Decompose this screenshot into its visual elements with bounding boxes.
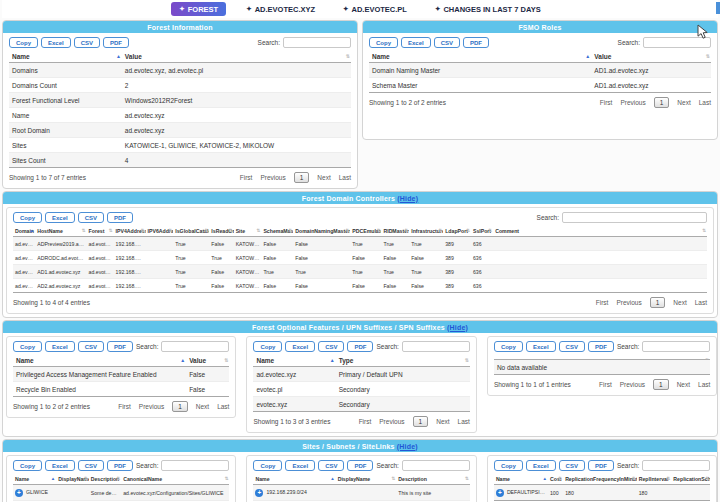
pagination-first[interactable]: First bbox=[600, 99, 613, 106]
pdf-button[interactable]: PDF bbox=[588, 341, 614, 352]
column-header[interactable]: Value⇅ bbox=[122, 51, 351, 63]
column-header[interactable]: DomainNamingMasterMaster⇅ bbox=[293, 226, 350, 237]
column-header[interactable]: Value⇅ bbox=[591, 51, 711, 63]
column-header[interactable]: Description⇅ bbox=[396, 474, 470, 485]
column-header[interactable]: SchemaMaster⇅ bbox=[261, 226, 293, 237]
column-header[interactable]: Name▲ bbox=[13, 474, 56, 485]
search-input[interactable] bbox=[283, 37, 351, 48]
search-input[interactable] bbox=[642, 460, 710, 471]
pagination-previous[interactable]: Previous bbox=[620, 99, 645, 106]
search-input[interactable] bbox=[642, 341, 710, 352]
pagination-first[interactable]: First bbox=[596, 299, 609, 306]
column-header[interactable]: HostName⇅ bbox=[35, 226, 86, 237]
excel-button[interactable]: Excel bbox=[401, 37, 431, 48]
pagination-previous[interactable]: Previous bbox=[620, 381, 645, 388]
pagination-last[interactable]: Last bbox=[699, 99, 711, 106]
column-header[interactable]: Name▲ bbox=[253, 474, 335, 485]
column-header[interactable]: IPV6Address⇅ bbox=[146, 226, 174, 237]
pagination-previous[interactable]: Previous bbox=[616, 299, 641, 306]
column-header[interactable]: LdapPort⇅ bbox=[443, 226, 471, 237]
column-header[interactable]: DisplayName⇅ bbox=[336, 474, 397, 485]
pdf-button[interactable]: PDF bbox=[107, 341, 133, 352]
excel-button[interactable]: Excel bbox=[41, 37, 71, 48]
pdf-button[interactable]: PDF bbox=[107, 212, 133, 223]
column-header[interactable]: Name▲ bbox=[494, 474, 548, 485]
copy-button[interactable]: Copy bbox=[13, 341, 42, 352]
column-header[interactable]: IsReadOnly⇅ bbox=[209, 226, 233, 237]
column-header[interactable]: ⇅ bbox=[602, 355, 710, 360]
column-header[interactable]: SslPort⇅ bbox=[471, 226, 493, 237]
excel-button[interactable]: Excel bbox=[526, 460, 556, 471]
csv-button[interactable]: CSV bbox=[559, 341, 585, 352]
pagination-first[interactable]: First bbox=[359, 418, 372, 425]
expand-row-icon[interactable]: + bbox=[15, 489, 23, 497]
copy-button[interactable]: Copy bbox=[13, 460, 42, 471]
copy-button[interactable]: Copy bbox=[494, 460, 523, 471]
pagination-last[interactable]: Last bbox=[458, 418, 470, 425]
excel-button[interactable]: Excel bbox=[285, 460, 315, 471]
search-input[interactable] bbox=[402, 341, 470, 352]
pagination-previous[interactable]: Previous bbox=[260, 174, 285, 181]
csv-button[interactable]: CSV bbox=[559, 460, 585, 471]
search-input[interactable] bbox=[161, 341, 229, 352]
column-header[interactable]: PDCEmulator⇅ bbox=[350, 226, 381, 237]
pdf-button[interactable]: PDF bbox=[347, 341, 373, 352]
pagination-previous[interactable]: Previous bbox=[139, 403, 164, 410]
pagination-first[interactable]: First bbox=[240, 174, 253, 181]
column-header[interactable]: ReplInterval⇅ bbox=[637, 474, 672, 485]
hide-link[interactable]: (Hide) bbox=[397, 195, 418, 202]
csv-button[interactable]: CSV bbox=[78, 212, 104, 223]
column-header[interactable]: Cost⇅ bbox=[548, 474, 563, 485]
column-header[interactable]: CanonicalName⇅ bbox=[121, 474, 229, 485]
pagination-next[interactable]: Next bbox=[677, 381, 690, 388]
excel-button[interactable]: Excel bbox=[45, 212, 75, 223]
pagination-page-1[interactable]: 1 bbox=[294, 172, 310, 183]
search-input[interactable] bbox=[402, 460, 470, 471]
pagination-first[interactable]: First bbox=[118, 403, 131, 410]
tab-forest[interactable]: ✦ FOREST bbox=[171, 2, 226, 16]
column-header[interactable]: ▲ bbox=[494, 355, 602, 360]
pagination-first[interactable]: First bbox=[599, 381, 612, 388]
pagination-next[interactable]: Next bbox=[436, 418, 449, 425]
pagination-previous[interactable]: Previous bbox=[379, 418, 404, 425]
column-header[interactable]: Name▲ bbox=[369, 51, 591, 63]
copy-button[interactable]: Copy bbox=[494, 341, 523, 352]
csv-button[interactable]: CSV bbox=[434, 37, 460, 48]
pdf-button[interactable]: PDF bbox=[463, 37, 489, 48]
pagination-page-1[interactable]: 1 bbox=[172, 401, 188, 412]
pagination-page-1[interactable]: 1 bbox=[650, 297, 666, 308]
tab-ad-evotec-xyz[interactable]: ✦ AD.EVOTEC.XYZ bbox=[238, 2, 323, 16]
csv-button[interactable]: CSV bbox=[318, 460, 344, 471]
column-header[interactable]: Domain▲ bbox=[13, 226, 35, 237]
pdf-button[interactable]: PDF bbox=[588, 460, 614, 471]
pagination-last[interactable]: Last bbox=[217, 403, 229, 410]
pagination-last[interactable]: Last bbox=[698, 381, 710, 388]
pagination-next[interactable]: Next bbox=[196, 403, 209, 410]
excel-button[interactable]: Excel bbox=[285, 341, 315, 352]
column-header[interactable]: Description⇅ bbox=[89, 474, 121, 485]
copy-button[interactable]: Copy bbox=[9, 37, 38, 48]
copy-button[interactable]: Copy bbox=[369, 37, 398, 48]
column-header[interactable]: InfrastructureMaster⇅ bbox=[409, 226, 443, 237]
csv-button[interactable]: CSV bbox=[74, 37, 100, 48]
pagination-next[interactable]: Next bbox=[317, 174, 330, 181]
scrollbar-thumb[interactable] bbox=[716, 2, 720, 14]
tab-changes-last-7-days[interactable]: ✦ CHANGES IN LAST 7 DAYS bbox=[427, 2, 549, 16]
pdf-button[interactable]: PDF bbox=[347, 460, 373, 471]
search-input[interactable] bbox=[161, 460, 229, 471]
column-header[interactable]: Type⇅ bbox=[336, 355, 470, 367]
pdf-button[interactable]: PDF bbox=[107, 460, 133, 471]
hide-link[interactable]: (Hide) bbox=[397, 443, 418, 450]
column-header[interactable]: ReplicationSchedule⇅ bbox=[671, 474, 710, 485]
column-header[interactable]: Name▲ bbox=[253, 355, 335, 367]
excel-button[interactable]: Excel bbox=[526, 341, 556, 352]
pagination-page-1[interactable]: 1 bbox=[413, 416, 429, 427]
csv-button[interactable]: CSV bbox=[78, 341, 104, 352]
expand-row-icon[interactable]: + bbox=[496, 489, 504, 497]
column-header[interactable]: IPV4Address⇅ bbox=[114, 226, 146, 237]
copy-button[interactable]: Copy bbox=[253, 341, 282, 352]
pagination-page-1[interactable]: 1 bbox=[653, 379, 669, 390]
csv-button[interactable]: CSV bbox=[78, 460, 104, 471]
search-input[interactable] bbox=[562, 212, 707, 223]
column-header[interactable]: DisplayName⇅ bbox=[56, 474, 88, 485]
